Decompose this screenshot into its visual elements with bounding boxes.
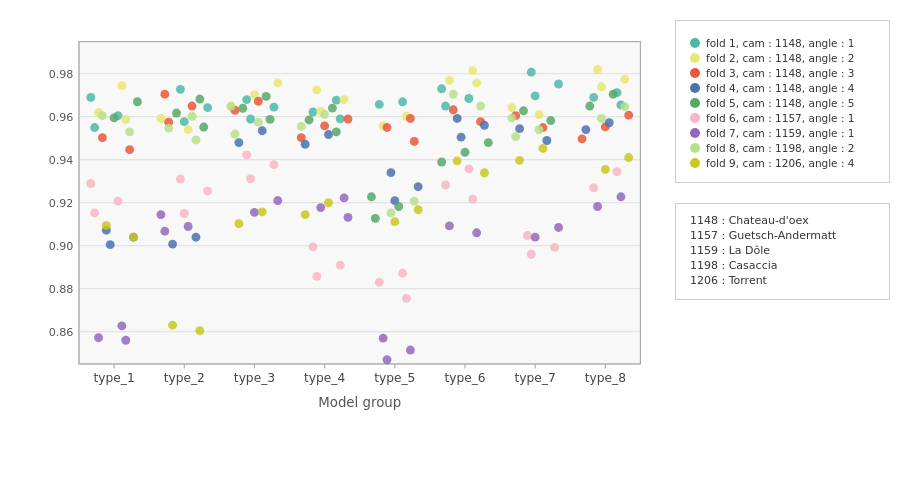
svg-point-134 xyxy=(386,168,395,177)
svg-point-98 xyxy=(227,102,236,111)
cam-label: 1148 : Chateau-d'oex xyxy=(690,214,875,227)
svg-point-142 xyxy=(402,294,411,303)
svg-point-74 xyxy=(160,227,169,236)
svg-point-177 xyxy=(535,110,544,119)
svg-point-58 xyxy=(180,117,189,126)
svg-text:type_6: type_6 xyxy=(444,371,485,385)
svg-point-172 xyxy=(480,168,489,177)
svg-point-154 xyxy=(445,76,454,85)
svg-point-149 xyxy=(390,217,399,226)
svg-point-93 xyxy=(242,150,251,159)
svg-point-68 xyxy=(199,123,208,132)
svg-point-208 xyxy=(589,183,598,192)
svg-point-120 xyxy=(340,193,349,202)
svg-point-45 xyxy=(110,113,119,122)
svg-point-164 xyxy=(464,164,473,173)
svg-point-48 xyxy=(90,209,99,218)
svg-point-202 xyxy=(578,134,587,143)
cam-label: 1206 : Torrent xyxy=(690,274,875,287)
svg-point-199 xyxy=(597,82,606,91)
cam-label: 1198 : Casaccia xyxy=(690,259,875,272)
svg-point-119 xyxy=(312,272,321,281)
svg-point-132 xyxy=(383,123,392,132)
svg-point-197 xyxy=(593,65,602,74)
svg-point-171 xyxy=(453,156,462,165)
svg-point-86 xyxy=(254,97,263,106)
legend-item: fold 7, cam : 1159, angle : 1 xyxy=(690,127,875,139)
svg-point-113 xyxy=(301,140,310,149)
svg-point-189 xyxy=(507,113,516,122)
svg-point-167 xyxy=(445,221,454,230)
legend-label: fold 7, cam : 1159, angle : 1 xyxy=(706,127,854,139)
svg-point-110 xyxy=(320,121,329,130)
svg-point-190 xyxy=(535,125,544,134)
svg-point-144 xyxy=(406,346,415,355)
svg-point-186 xyxy=(527,250,536,259)
svg-text:type_8: type_8 xyxy=(585,371,626,385)
svg-point-116 xyxy=(332,127,341,136)
legend-label: fold 4, cam : 1148, angle : 4 xyxy=(706,82,854,94)
svg-point-162 xyxy=(461,148,470,157)
legend-dot xyxy=(690,68,700,78)
svg-point-207 xyxy=(613,167,622,176)
svg-point-52 xyxy=(98,111,107,120)
svg-point-88 xyxy=(258,126,267,135)
svg-point-78 xyxy=(168,321,177,330)
legend-item: fold 1, cam : 1148, angle : 1 xyxy=(690,37,875,49)
legend-label: fold 5, cam : 1148, angle : 5 xyxy=(706,97,854,109)
svg-point-145 xyxy=(383,355,392,364)
svg-point-82 xyxy=(246,115,255,124)
svg-point-73 xyxy=(184,222,193,231)
svg-point-79 xyxy=(195,326,204,335)
svg-point-176 xyxy=(507,103,516,112)
legend-dot xyxy=(690,53,700,63)
svg-point-65 xyxy=(168,240,177,249)
svg-point-209 xyxy=(616,192,625,201)
legend-label: fold 6, cam : 1157, angle : 1 xyxy=(706,112,854,124)
svg-point-125 xyxy=(324,198,333,207)
svg-point-81 xyxy=(269,103,278,112)
svg-text:type_2: type_2 xyxy=(164,371,205,385)
legend-dot xyxy=(690,143,700,153)
legend-label: fold 1, cam : 1148, angle : 1 xyxy=(706,37,854,49)
svg-point-175 xyxy=(531,91,540,100)
svg-point-135 xyxy=(414,182,423,191)
legend-item: fold 2, cam : 1148, angle : 2 xyxy=(690,52,875,64)
svg-point-76 xyxy=(164,124,173,133)
svg-point-36 xyxy=(117,81,126,90)
svg-point-71 xyxy=(180,209,189,218)
svg-point-183 xyxy=(546,116,555,125)
svg-point-44 xyxy=(133,97,142,106)
svg-point-152 xyxy=(441,102,450,111)
svg-point-214 xyxy=(601,165,610,174)
svg-point-182 xyxy=(519,106,528,115)
svg-point-150 xyxy=(437,84,446,93)
svg-point-38 xyxy=(121,115,130,124)
svg-point-57 xyxy=(203,103,212,112)
svg-point-92 xyxy=(266,115,275,124)
svg-point-139 xyxy=(371,214,380,223)
svg-point-155 xyxy=(472,78,481,87)
svg-point-39 xyxy=(98,133,107,142)
svg-point-66 xyxy=(195,95,204,104)
svg-point-137 xyxy=(367,192,376,201)
svg-point-146 xyxy=(410,197,419,206)
svg-point-159 xyxy=(480,121,489,130)
svg-point-127 xyxy=(398,97,407,106)
svg-point-185 xyxy=(550,243,559,252)
legend-item: fold 8, cam : 1198, angle : 2 xyxy=(690,142,875,154)
svg-point-168 xyxy=(472,228,481,237)
cam-box: 1148 : Chateau-d'oex1157 : Guetsch-Ander… xyxy=(675,203,890,300)
scatter-plot: 0.860.880.900.920.940.960.98type_1type_2… xyxy=(65,36,660,414)
svg-point-104 xyxy=(309,108,318,117)
svg-point-56 xyxy=(176,85,185,94)
svg-point-213 xyxy=(624,153,633,162)
svg-point-50 xyxy=(94,333,103,342)
svg-point-96 xyxy=(273,196,282,205)
right-panel: fold 1, cam : 1148, angle : 1fold 2, cam… xyxy=(670,0,900,500)
svg-point-143 xyxy=(379,334,388,343)
svg-point-156 xyxy=(449,105,458,114)
svg-text:type_3: type_3 xyxy=(234,371,275,385)
svg-point-147 xyxy=(386,209,395,218)
svg-point-173 xyxy=(527,68,536,77)
